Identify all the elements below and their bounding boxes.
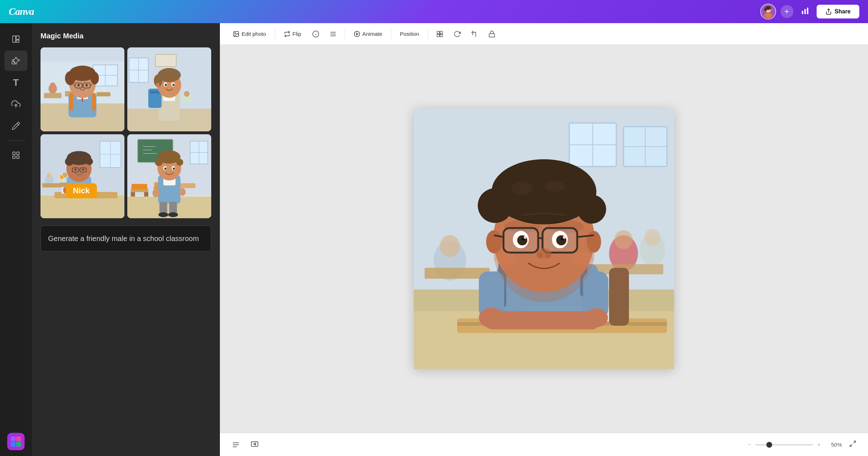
svg-rect-228 xyxy=(251,442,258,446)
toolbar: Edit photo Flip Animate Position xyxy=(220,23,868,45)
sidebar-item-apps[interactable] xyxy=(4,145,27,165)
share-button[interactable]: Share xyxy=(817,5,859,18)
generated-image-3[interactable]: Nick xyxy=(41,134,124,218)
magic-media-panel: Magic Media xyxy=(32,23,220,456)
sidebar: T xyxy=(0,23,32,456)
sidebar-item-elements[interactable] xyxy=(4,51,27,71)
main-canvas-image xyxy=(414,109,674,369)
svg-point-128 xyxy=(168,212,178,218)
present-icon xyxy=(251,441,259,449)
user-avatar[interactable] xyxy=(760,4,776,20)
stats-button[interactable] xyxy=(798,4,812,20)
sidebar-item-draw[interactable] xyxy=(4,116,27,136)
separator-4 xyxy=(428,29,428,39)
svg-point-133 xyxy=(166,152,173,159)
svg-rect-29 xyxy=(44,93,61,98)
svg-point-139 xyxy=(173,168,175,170)
svg-rect-15 xyxy=(13,152,15,155)
grid-button[interactable] xyxy=(433,27,447,41)
sidebar-item-upload[interactable] xyxy=(4,94,27,114)
draw-icon xyxy=(12,122,20,130)
crop-icon xyxy=(471,30,478,38)
sidebar-item-text[interactable]: T xyxy=(4,72,27,93)
edit-photo-icon xyxy=(233,31,239,37)
svg-point-95 xyxy=(86,158,93,165)
main-image-svg xyxy=(414,109,674,369)
notes-button[interactable] xyxy=(229,438,243,452)
prompt-text: Generate a friendly male in a school cla… xyxy=(48,233,204,244)
svg-point-131 xyxy=(155,159,162,166)
svg-rect-151 xyxy=(440,31,443,34)
svg-point-191 xyxy=(486,230,502,253)
share-icon xyxy=(825,8,832,15)
svg-point-201 xyxy=(511,182,533,195)
svg-line-230 xyxy=(854,441,856,443)
sidebar-item-layout[interactable] xyxy=(4,29,27,49)
prompt-box[interactable]: Generate a friendly male in a school cla… xyxy=(41,225,211,252)
svg-point-222 xyxy=(545,252,551,258)
svg-rect-19 xyxy=(11,436,16,441)
generated-image-1[interactable] xyxy=(41,47,124,131)
refresh-button[interactable] xyxy=(450,27,464,41)
svg-rect-8 xyxy=(807,8,808,14)
animate-button[interactable]: Animate xyxy=(349,28,387,40)
scene-svg-3 xyxy=(41,134,124,218)
svg-point-41 xyxy=(65,71,76,85)
edit-photo-button[interactable]: Edit photo xyxy=(229,28,271,40)
lock-button[interactable] xyxy=(485,27,499,41)
sidebar-bottom-area xyxy=(7,433,25,456)
nick-tooltip: Nick xyxy=(66,183,97,198)
flip-button[interactable]: Flip xyxy=(280,28,306,40)
edit-photo-label: Edit photo xyxy=(242,31,266,37)
canvas-area xyxy=(220,45,868,433)
svg-point-200 xyxy=(577,195,606,224)
svg-rect-11 xyxy=(16,36,19,39)
info-button[interactable] xyxy=(309,27,323,41)
expand-button[interactable] xyxy=(846,438,859,451)
add-button[interactable]: + xyxy=(780,5,793,18)
canvas-frame[interactable] xyxy=(414,109,674,369)
share-label: Share xyxy=(835,8,851,15)
generated-image-2[interactable] xyxy=(127,47,211,131)
nick-tooltip-container: Nick xyxy=(66,183,97,198)
svg-rect-65 xyxy=(150,91,160,94)
present-button[interactable] xyxy=(247,438,262,452)
zoom-level: 50% xyxy=(825,442,842,448)
svg-point-219 xyxy=(563,236,566,239)
svg-point-166 xyxy=(614,230,633,249)
svg-point-92 xyxy=(71,153,78,160)
svg-point-123 xyxy=(153,189,159,197)
zoom-max-label: + xyxy=(817,442,820,447)
svg-rect-50 xyxy=(69,93,73,110)
menu-icon xyxy=(329,30,337,38)
svg-point-5 xyxy=(764,8,767,11)
position-label: Position xyxy=(400,31,419,37)
svg-point-192 xyxy=(587,231,601,253)
expand-icon xyxy=(849,440,856,447)
svg-rect-150 xyxy=(437,31,440,34)
svg-point-132 xyxy=(161,153,167,160)
menu-button[interactable] xyxy=(326,27,340,41)
text-icon: T xyxy=(13,77,19,88)
svg-point-71 xyxy=(165,84,167,86)
svg-point-127 xyxy=(158,212,168,218)
position-button[interactable]: Position xyxy=(396,28,424,40)
crop-button[interactable] xyxy=(467,27,482,41)
svg-rect-84 xyxy=(41,195,124,218)
svg-rect-152 xyxy=(437,34,440,37)
svg-point-135 xyxy=(176,159,183,166)
scene-svg-4 xyxy=(127,134,211,218)
svg-line-231 xyxy=(850,444,852,447)
zoom-slider[interactable] xyxy=(755,444,813,446)
info-icon xyxy=(312,30,319,38)
svg-point-221 xyxy=(537,252,542,258)
svg-rect-82 xyxy=(42,183,61,187)
svg-point-33 xyxy=(50,83,55,88)
sidebar-apps-thumbnail[interactable] xyxy=(7,433,25,450)
svg-rect-125 xyxy=(159,202,167,214)
svg-point-124 xyxy=(179,188,186,196)
elements-icon xyxy=(11,56,21,66)
generated-image-4[interactable] xyxy=(127,134,211,218)
svg-rect-22 xyxy=(16,442,21,447)
bottom-left-actions xyxy=(229,438,262,452)
